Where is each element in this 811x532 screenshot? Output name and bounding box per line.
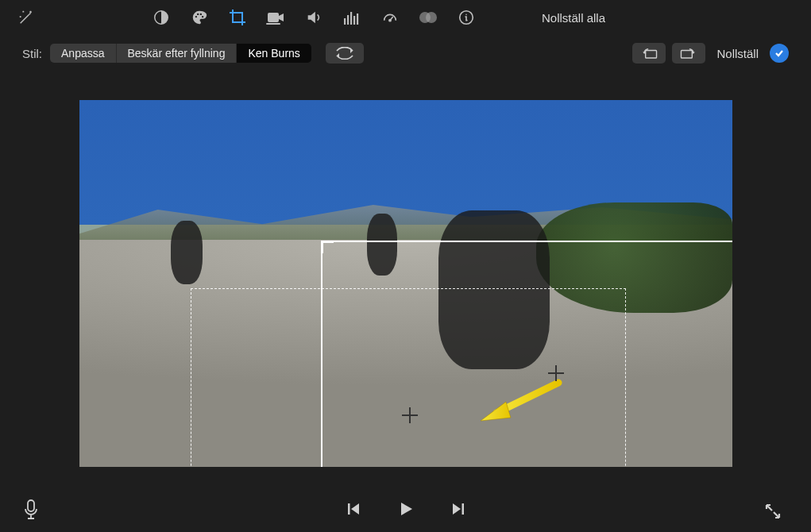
palette-icon[interactable] <box>187 6 211 29</box>
crop-options-row: Stil: Anpassa Beskär efter fyllning Ken … <box>0 35 811 71</box>
svg-rect-10 <box>353 16 355 25</box>
svg-rect-8 <box>347 15 349 25</box>
adjustments-toolbar: Nollställ alla <box>0 0 811 35</box>
voiceover-mic-button[interactable] <box>22 499 40 521</box>
svg-point-4 <box>202 16 203 17</box>
segment-fill[interactable]: Beskär efter fyllning <box>117 44 238 63</box>
viewer: Slut Start <box>79 100 732 467</box>
crop-icon[interactable] <box>226 6 249 29</box>
svg-rect-19 <box>461 503 464 515</box>
rotate-ccw-button[interactable] <box>632 43 666 64</box>
ken-burns-start-frame[interactable]: Start <box>321 241 732 467</box>
speed-gauge-icon[interactable] <box>378 6 402 29</box>
crop-right-controls: Nollställ <box>632 43 789 64</box>
start-frame-center-crosshair <box>548 365 564 381</box>
svg-rect-18 <box>348 503 350 515</box>
info-icon[interactable] <box>454 6 478 29</box>
svg-rect-6 <box>266 23 280 25</box>
svg-point-3 <box>200 13 202 15</box>
style-label: Stil: <box>22 47 42 60</box>
svg-rect-7 <box>344 18 346 25</box>
svg-rect-11 <box>357 13 358 25</box>
equalizer-icon[interactable] <box>340 6 364 29</box>
svg-rect-9 <box>350 12 352 25</box>
play-button[interactable] <box>392 495 419 522</box>
overlap-circles-icon[interactable] <box>416 6 440 29</box>
skip-back-button[interactable] <box>340 495 367 522</box>
volume-icon[interactable] <box>302 6 326 29</box>
segment-fit[interactable]: Anpassa <box>50 44 116 63</box>
segment-ken-burns[interactable]: Ken Burns <box>237 44 311 63</box>
crop-style-segmented-control: Anpassa Beskär efter fyllning Ken Burns <box>50 44 311 63</box>
swap-start-end-button[interactable] <box>326 43 364 64</box>
start-frame-handle-tl[interactable] <box>321 241 334 253</box>
svg-point-1 <box>195 16 197 17</box>
svg-rect-5 <box>268 13 279 22</box>
camera-stabilize-icon[interactable] <box>264 6 288 29</box>
skip-forward-button[interactable] <box>445 495 472 522</box>
svg-rect-17 <box>682 51 693 59</box>
svg-rect-20 <box>28 500 34 511</box>
apply-crop-button[interactable] <box>770 44 789 63</box>
fullscreen-button[interactable] <box>763 502 782 521</box>
playback-bar <box>0 486 811 532</box>
contrast-icon[interactable] <box>149 6 173 29</box>
rotate-cw-button[interactable] <box>672 43 705 64</box>
svg-point-12 <box>389 20 391 21</box>
magic-wand-icon[interactable] <box>14 6 38 29</box>
tool-icons-group <box>149 6 478 29</box>
reset-crop-button[interactable]: Nollställ <box>716 47 759 60</box>
svg-point-2 <box>197 13 199 15</box>
reset-all-button[interactable]: Nollställ alla <box>542 11 605 25</box>
svg-point-14 <box>426 12 437 23</box>
svg-rect-16 <box>646 51 657 59</box>
